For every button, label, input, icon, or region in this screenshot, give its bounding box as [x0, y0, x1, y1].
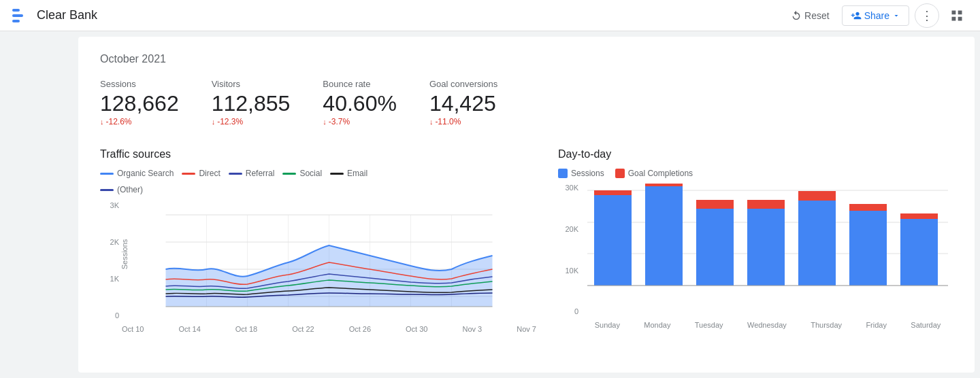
- header-left: Clear Bank: [11, 6, 97, 25]
- y-axis-labels: 3K 2K 1K 0: [100, 201, 119, 320]
- report-date: October 2021: [100, 53, 953, 65]
- goals-arrow-icon: ↓: [429, 118, 434, 126]
- bar-wednesday-sessions: [747, 209, 785, 286]
- app-title: Clear Bank: [37, 8, 97, 22]
- traffic-chart-section: Traffic sources Organic Search Direct Re…: [100, 148, 536, 333]
- header-right: Reset Share ⋮: [784, 3, 969, 28]
- x-axis-labels: Oct 10 Oct 14 Oct 18 Oct 22 Oct 26 Oct 3…: [122, 325, 536, 333]
- metrics-row: Sessions 128,662 ↓ -12.6% Visitors 112,8…: [100, 79, 953, 126]
- sidebar: [0, 31, 78, 378]
- svg-rect-0: [12, 9, 20, 12]
- metric-sessions-change: ↓ -12.6%: [100, 117, 179, 126]
- share-button[interactable]: Share: [842, 5, 909, 26]
- bar-monday-goals: [645, 184, 683, 186]
- app-logo-icon: [11, 6, 30, 25]
- bar-thursday-sessions: [798, 201, 836, 286]
- legend-direct: Direct: [182, 169, 220, 178]
- bar-chart-wrapper: 30K 20K 10K 0: [558, 184, 953, 329]
- share-person-icon: [851, 10, 862, 21]
- more-options-button[interactable]: ⋮: [915, 3, 939, 28]
- sessions-arrow-icon: ↓: [100, 118, 104, 126]
- metric-goals-value: 14,425: [429, 92, 497, 116]
- legend-other: (Other): [100, 185, 143, 194]
- metric-bounce-label: Bounce rate: [323, 79, 397, 89]
- bar-tuesday-goals: [696, 200, 734, 209]
- bar-legend-sessions-dot: [558, 169, 568, 178]
- traffic-legend-2: (Other): [100, 185, 536, 194]
- bounce-arrow-icon: ↓: [323, 118, 327, 126]
- legend-organic: Organic Search: [100, 169, 174, 178]
- metric-sessions-value: 128,662: [100, 92, 179, 116]
- legend-organic-label: Organic Search: [117, 169, 174, 178]
- legend-social-label: Social: [299, 169, 322, 178]
- bar-x-axis-labels: Sunday Monday Tuesday Wednesday Thursday…: [583, 321, 953, 329]
- bar-legend-sessions-label: Sessions: [571, 169, 604, 178]
- bar-thursday-goals: [798, 191, 836, 201]
- legend-other-dot: [100, 189, 114, 191]
- visitors-arrow-icon: ↓: [212, 118, 216, 126]
- metric-bounce-value: 40.60%: [323, 92, 397, 116]
- legend-email: Email: [330, 169, 368, 178]
- metric-visitors-change: ↓ -12.3%: [212, 117, 291, 126]
- bar-sunday-sessions: [594, 195, 632, 286]
- bar-legend-goals-label: Goal Completions: [628, 169, 693, 178]
- metric-visitors: Visitors 112,855 ↓ -12.3%: [212, 79, 291, 126]
- bar-sunday-goals: [594, 190, 632, 195]
- bar-tuesday-sessions: [696, 209, 734, 286]
- bar-legend-sessions: Sessions: [558, 169, 604, 178]
- svg-rect-2: [12, 20, 20, 22]
- day-chart-section: Day-to-day Sessions Goal Completions 30K: [558, 148, 953, 333]
- legend-social-dot: [282, 173, 296, 175]
- legend-referral-dot: [229, 173, 242, 175]
- metric-goals-change: ↓ -11.0%: [429, 117, 497, 126]
- y-axis-title: Sessions: [120, 239, 129, 269]
- legend-organic-dot: [100, 173, 114, 175]
- bar-monday-sessions: [645, 186, 683, 286]
- grid-icon: [950, 9, 964, 22]
- bar-saturday-sessions: [900, 219, 938, 286]
- legend-direct-label: Direct: [199, 169, 220, 178]
- bar-friday-goals: [849, 204, 887, 211]
- legend-social: Social: [282, 169, 322, 178]
- legend-direct-dot: [182, 173, 195, 175]
- bar-friday-sessions: [849, 211, 887, 286]
- reset-button[interactable]: Reset: [784, 6, 836, 25]
- bar-legend: Sessions Goal Completions: [558, 169, 953, 178]
- legend-email-label: Email: [347, 169, 368, 178]
- traffic-line-chart: [122, 201, 536, 324]
- legend-email-dot: [330, 173, 344, 175]
- reset-icon: [791, 10, 802, 21]
- traffic-legend: Organic Search Direct Referral Social: [100, 169, 536, 178]
- metric-goals: Goal conversions 14,425 ↓ -11.0%: [429, 79, 497, 126]
- bar-legend-goals: Goal Completions: [615, 169, 693, 178]
- traffic-chart-title: Traffic sources: [100, 148, 536, 160]
- traffic-chart-wrapper: 3K 2K 1K 0 Sessions: [100, 201, 536, 333]
- metric-goals-label: Goal conversions: [429, 79, 497, 89]
- bar-saturday-goals: [900, 213, 938, 219]
- metric-bounce: Bounce rate 40.60% ↓ -3.7%: [323, 79, 397, 126]
- page-layout: October 2021 Sessions 128,662 ↓ -12.6% V…: [0, 31, 980, 378]
- metric-sessions-label: Sessions: [100, 79, 179, 89]
- metric-sessions: Sessions 128,662 ↓ -12.6%: [100, 79, 179, 126]
- main-content: October 2021 Sessions 128,662 ↓ -12.6% V…: [78, 37, 975, 373]
- grid-view-button[interactable]: [945, 3, 969, 28]
- legend-referral-label: Referral: [246, 169, 275, 178]
- metric-bounce-change: ↓ -3.7%: [323, 117, 397, 126]
- metric-visitors-label: Visitors: [212, 79, 291, 89]
- bar-y-axis-labels: 30K 20K 10K 0: [558, 184, 578, 315]
- bar-wednesday-goals: [747, 200, 785, 209]
- charts-row: Traffic sources Organic Search Direct Re…: [100, 148, 953, 333]
- app-header: Clear Bank Reset Share ⋮: [0, 0, 980, 31]
- metric-visitors-value: 112,855: [212, 92, 291, 116]
- legend-other-label: (Other): [117, 185, 143, 194]
- svg-rect-1: [12, 14, 23, 17]
- bar-legend-goals-dot: [615, 169, 625, 178]
- share-chevron-icon: [892, 12, 900, 20]
- day-chart-title: Day-to-day: [558, 148, 953, 160]
- day-bar-chart: [583, 184, 953, 320]
- legend-referral: Referral: [229, 169, 275, 178]
